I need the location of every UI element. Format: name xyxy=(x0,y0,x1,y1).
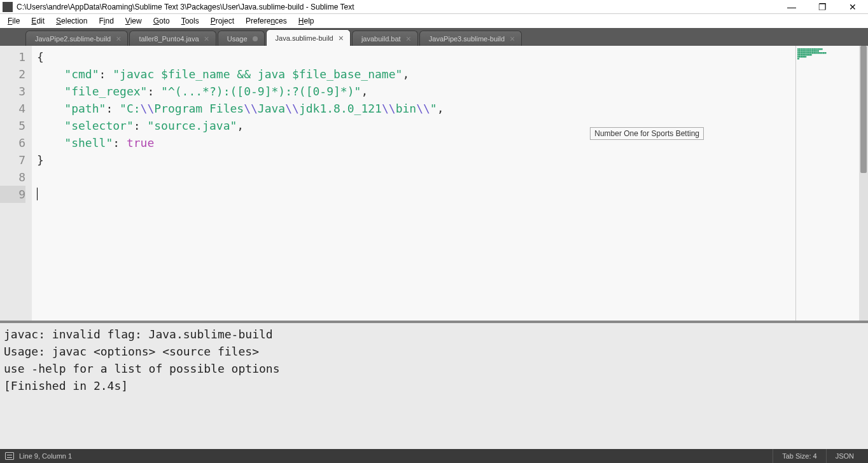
tab-java-build[interactable]: Java.sublime-build × xyxy=(266,29,351,46)
line-number: 8 xyxy=(0,169,25,186)
menu-project[interactable]: Project xyxy=(206,15,239,27)
maximize-button[interactable]: ❐ xyxy=(815,2,830,12)
line-number: 9 xyxy=(0,186,25,203)
text-cursor xyxy=(37,188,38,200)
tooltip: Number One for Sports Betting xyxy=(590,127,704,140)
close-icon[interactable]: × xyxy=(339,34,344,43)
dirty-icon xyxy=(253,36,258,41)
tab-usage[interactable]: Usage xyxy=(218,31,265,46)
close-icon[interactable]: × xyxy=(204,34,209,43)
tabbar: JavaPipe2.sublime-build × taller8_Punto4… xyxy=(0,28,868,46)
menu-preferences[interactable]: Preferences xyxy=(241,15,292,27)
tab-taller8[interactable]: taller8_Punto4.java × xyxy=(129,31,216,46)
gutter: 1 2 3 4 5 6 7 8 9 xyxy=(0,46,32,321)
minimize-button[interactable]: — xyxy=(784,2,799,12)
close-button[interactable]: ✕ xyxy=(845,2,860,12)
menu-find[interactable]: Find xyxy=(94,15,118,27)
code-area[interactable]: { "cmd": "javac $file_name && java $file… xyxy=(32,46,795,321)
minimap[interactable]: ████████████████████████████ ███████████… xyxy=(795,46,859,321)
titlebar: C:\Users\andre\AppData\Roaming\Sublime T… xyxy=(0,0,868,14)
close-icon[interactable]: × xyxy=(116,34,121,43)
menubar: File Edit Selection Find View Goto Tools… xyxy=(0,14,868,28)
tab-javapipe3[interactable]: JavaPipe3.sublime-build × xyxy=(419,31,522,46)
line-number: 1 xyxy=(0,48,25,66)
status-syntax[interactable]: JSON xyxy=(826,449,863,463)
line-number: 4 xyxy=(0,100,25,117)
menu-tools[interactable]: Tools xyxy=(176,15,204,27)
menu-selection[interactable]: Selection xyxy=(51,15,92,27)
line-number: 7 xyxy=(0,151,25,169)
tab-label: Java.sublime-build xyxy=(276,34,333,42)
menu-goto[interactable]: Goto xyxy=(148,15,175,27)
tab-label: taller8_Punto4.java xyxy=(139,35,199,43)
line-number: 3 xyxy=(0,83,25,100)
tab-label: JavaPipe3.sublime-build xyxy=(429,35,505,43)
tab-javapipe2[interactable]: JavaPipe2.sublime-build × xyxy=(25,31,128,46)
line-number: 6 xyxy=(0,134,25,151)
menu-view[interactable]: View xyxy=(120,15,147,27)
scroll-thumb[interactable] xyxy=(860,46,867,173)
window-controls: — ❐ ✕ xyxy=(784,2,865,12)
tab-javabuild-bat[interactable]: javabuild.bat × xyxy=(352,31,418,46)
close-icon[interactable]: × xyxy=(510,34,515,43)
editor: 1 2 3 4 5 6 7 8 9 { "cmd": "javac $file_… xyxy=(0,46,868,321)
line-number: 5 xyxy=(0,117,25,134)
status-tab-size[interactable]: Tab Size: 4 xyxy=(773,449,825,463)
tab-label: javabuild.bat xyxy=(361,35,401,43)
vertical-scrollbar[interactable] xyxy=(859,46,868,321)
window-title: C:\Users\andre\AppData\Roaming\Sublime T… xyxy=(17,3,784,11)
build-output[interactable]: javac: invalid flag: Java.sublime-build … xyxy=(0,323,868,449)
status-position: Line 9, Column 1 xyxy=(19,452,773,460)
panel-switcher-icon[interactable] xyxy=(5,452,14,460)
menu-file[interactable]: File xyxy=(3,15,25,27)
menu-help[interactable]: Help xyxy=(293,15,319,27)
close-icon[interactable]: × xyxy=(406,34,411,43)
tab-label: JavaPipe2.sublime-build xyxy=(35,35,111,43)
minimap-preview: ████████████████████████████ ███████████… xyxy=(797,48,826,60)
statusbar: Line 9, Column 1 Tab Size: 4 JSON xyxy=(0,449,868,463)
tab-label: Usage xyxy=(227,35,248,43)
line-number: 2 xyxy=(0,66,25,83)
menu-edit[interactable]: Edit xyxy=(26,15,50,27)
app-icon xyxy=(3,2,13,12)
